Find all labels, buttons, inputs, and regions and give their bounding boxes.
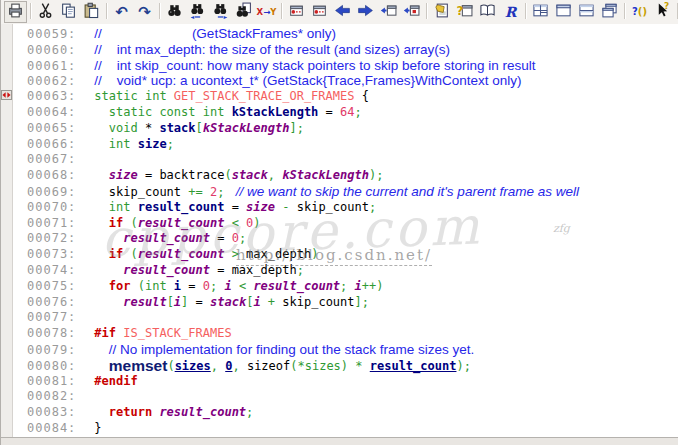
source-insight-window: ↶↷X→Y?R?()? 00059:// (GetStackFrames* on… (0, 0, 678, 445)
line-number: 00073: (1, 247, 76, 263)
cut-button[interactable] (34, 1, 57, 23)
code-line[interactable]: 00062:// void* ucp: a ucontext_t* (GetSt… (1, 73, 678, 89)
line-number: 00081: (1, 374, 76, 390)
code-line[interactable]: 00078:#if IS_STACK_FRAMES (1, 326, 678, 342)
tile-windows-icon (532, 2, 549, 23)
symbol-info-button[interactable]: ? (453, 1, 476, 23)
split-window-button[interactable] (575, 1, 598, 23)
toolbar-separator (278, 3, 285, 21)
line-number: 00077: (1, 310, 76, 326)
line-number: 00078: (1, 326, 76, 342)
code-line[interactable]: 00072: result_count = 0; (1, 231, 678, 247)
paste-button[interactable] (80, 1, 103, 23)
find-forward-button[interactable] (209, 1, 232, 23)
full-window-icon (555, 2, 572, 23)
go-into-button[interactable] (377, 1, 400, 23)
code-text: int size; (76, 137, 174, 151)
line-number: 00074: (1, 263, 76, 279)
find-forward-icon (212, 2, 229, 23)
code-line[interactable]: 00059:// (GetStackFrames* only) (1, 26, 678, 42)
redo-button[interactable]: ↷ (133, 1, 156, 23)
code-line[interactable]: 00068: size = backtrace(stack, kStackLen… (1, 168, 678, 184)
code-line[interactable]: 00063:static int GET_STACK_TRACE_OR_FRAM… (1, 89, 678, 105)
code-text (76, 310, 94, 324)
pointer-help-button[interactable]: ? (651, 1, 674, 23)
line-number: 00061: (1, 59, 76, 75)
code-text: result[i] = stack[i + skip_count]; (76, 295, 369, 309)
code-line[interactable]: 00080: memset(sizes, 0, sizeof(*sizes) *… (1, 358, 678, 374)
find-backward-icon (189, 2, 206, 23)
back-button[interactable] (331, 1, 354, 23)
code-text: static const int kStackLength = 64; (76, 105, 361, 119)
go-into-alt-icon (403, 2, 420, 23)
redo-icon: ↷ (138, 5, 151, 20)
line-number: 00063: (1, 89, 76, 105)
code-line[interactable]: 00075: for (int i = 0; i < result_count;… (1, 279, 678, 295)
cascade-windows-button[interactable] (598, 1, 621, 23)
code-line[interactable]: 00067: (1, 152, 678, 168)
code-editor[interactable]: 00059:// (GetStackFrames* only)00060:// … (1, 24, 678, 437)
code-line[interactable]: 00081:#endif (1, 374, 678, 390)
search-files-button[interactable] (232, 1, 255, 23)
relation-window-button[interactable]: R (499, 1, 522, 23)
code-line[interactable]: 00060:// int max_depth: the size of the … (1, 42, 678, 58)
help-book-icon (479, 2, 496, 23)
print-icon (7, 2, 24, 23)
code-text: } (76, 421, 101, 435)
line-number: 00067: (1, 152, 76, 168)
code-line[interactable]: 00073: if (result_count > max_depth) (1, 247, 678, 263)
marker-window-button[interactable] (285, 1, 308, 23)
toolbar-separator (156, 3, 163, 21)
code-line[interactable]: 00074: result_count = max_depth; (1, 263, 678, 279)
toolbar-separator (674, 3, 678, 21)
pointer-help-icon: ? (654, 2, 671, 23)
line-number: 00068: (1, 168, 76, 184)
code-line[interactable]: 00071: if (result_count < 0) (1, 216, 678, 232)
marker-window-2-button[interactable] (308, 1, 331, 23)
line-number: 00066: (1, 137, 76, 153)
code-line[interactable]: 00064: static const int kStackLength = 6… (1, 105, 678, 121)
undo-button[interactable]: ↶ (110, 1, 133, 23)
code-text: result_count = 0; (76, 231, 246, 245)
copy-button[interactable] (57, 1, 80, 23)
go-into-alt-button[interactable] (400, 1, 423, 23)
code-line[interactable]: 00061:// int skip_count: how many stack … (1, 58, 678, 74)
code-line[interactable]: 00083: return result_count; (1, 405, 678, 421)
context-help-button[interactable]: ?() (628, 1, 651, 23)
forward-button[interactable] (354, 1, 377, 23)
replace-button[interactable]: X→Y (255, 1, 278, 23)
code-text: if (result_count < 0) (76, 216, 260, 230)
code-text: int result_count = size - skip_count; (76, 200, 376, 214)
print-button[interactable] (4, 1, 27, 23)
line-number: 00080: (1, 359, 76, 375)
code-line[interactable]: 00070: int result_count = size - skip_co… (1, 200, 678, 216)
help-book-button[interactable] (476, 1, 499, 23)
full-window-button[interactable] (552, 1, 575, 23)
code-line[interactable]: 00065: void * stack[kStackLength]; (1, 121, 678, 137)
tile-windows-button[interactable] (529, 1, 552, 23)
line-number: 00083: (1, 405, 76, 421)
code-line[interactable]: 00077: (1, 310, 678, 326)
code-line[interactable]: 00066: int size; (1, 137, 678, 153)
svg-text:?: ? (457, 4, 464, 18)
line-number: 00065: (1, 121, 76, 137)
code-text (76, 152, 94, 166)
code-line[interactable]: 00069: skip_count += 2; // we want to sk… (1, 184, 678, 200)
go-into-icon (380, 2, 397, 23)
toolbar-separator (522, 3, 529, 21)
forward-icon (357, 2, 374, 23)
line-number: 00075: (1, 279, 76, 295)
undo-icon: ↶ (115, 5, 128, 20)
code-line[interactable]: 00084:} (1, 421, 678, 437)
code-line[interactable]: 00082: (1, 389, 678, 405)
toolbar-separator (423, 3, 430, 21)
browse-symbol-button[interactable] (430, 1, 453, 23)
split-window-icon (578, 2, 595, 23)
line-number: 00072: (1, 231, 76, 247)
code-line[interactable]: 00076: result[i] = stack[i + skip_count]… (1, 295, 678, 311)
find-backward-button[interactable] (186, 1, 209, 23)
code-line[interactable]: 00079: // No implementation for finding … (1, 342, 678, 358)
find-button[interactable] (163, 1, 186, 23)
search-files-icon (235, 2, 252, 23)
back-icon (334, 2, 351, 23)
